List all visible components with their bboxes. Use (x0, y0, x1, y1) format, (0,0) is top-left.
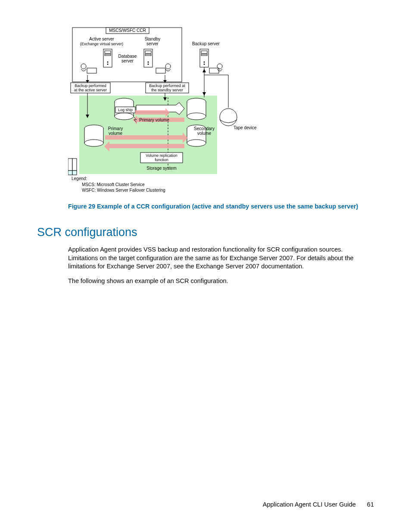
svg-marker-62 (202, 92, 206, 96)
svg-point-39 (115, 113, 134, 120)
backup-standby-label-1: Backup performed at (149, 84, 185, 88)
svg-rect-9 (145, 54, 151, 56)
active-server-label-2: (Exchange virtual server) (80, 42, 123, 46)
log-ship-label: Log ship (118, 108, 133, 112)
secondary-volume-label-2: volume (197, 131, 212, 136)
svg-point-10 (148, 62, 149, 63)
body-paragraph: Application Agent provides VSS backup an… (68, 246, 374, 271)
page-number: 61 (367, 501, 374, 508)
ccr-configuration-diagram: MSCS/WSFC CCR Active server (Exchange vi… (68, 24, 258, 196)
svg-rect-13 (201, 51, 207, 53)
figure-29-diagram: MSCS/WSFC CCR Active server (Exchange vi… (68, 24, 258, 196)
figure-caption: Figure 29 Example of a CCR configuration… (68, 202, 374, 210)
legend-mscs: MSCS: Microsoft Cluster Service (82, 182, 145, 187)
svg-rect-3 (105, 51, 111, 53)
cluster-header-label: MSCS/WSFC CCR (109, 28, 146, 33)
standby-server-label-1: Standby (145, 37, 161, 41)
volume-replication-label-1: Volume replication (146, 153, 177, 158)
storage-system-label: Storage system (146, 166, 176, 171)
svg-rect-22 (209, 68, 219, 73)
backup-server-label: Backup server (192, 41, 220, 46)
svg-rect-18 (87, 68, 97, 73)
svg-point-16 (204, 64, 205, 65)
svg-point-19 (165, 64, 171, 69)
svg-point-6 (107, 64, 109, 65)
svg-point-11 (148, 64, 149, 65)
svg-marker-61 (202, 69, 206, 72)
operator-icon (81, 64, 97, 73)
tape-device-label: Tape device (234, 125, 257, 130)
database-server-label-1: Database (118, 54, 137, 59)
svg-rect-4 (105, 54, 111, 56)
standby-server-label-2: server (146, 41, 159, 46)
footer-title: Application Agent CLI User Guide (263, 501, 356, 508)
database-server-label-2: server (121, 59, 134, 63)
svg-rect-65 (68, 171, 72, 175)
server-tower-icon (103, 49, 112, 67)
primary-volume-label-2: volume (109, 131, 123, 136)
svg-rect-63 (68, 159, 72, 171)
cylinder-icon (187, 98, 206, 120)
legend-header: Legend: (72, 176, 87, 181)
svg-point-55 (187, 140, 206, 146)
svg-point-15 (204, 62, 205, 63)
primary-volume-top-label: Primary volume (139, 118, 169, 122)
svg-point-50 (84, 140, 103, 146)
backup-active-label-2: at the active server (74, 88, 107, 92)
secondary-volume-label-1: Secondary (194, 126, 215, 131)
server-tower-icon (200, 49, 209, 67)
operator-icon (156, 64, 171, 73)
tape-device-icon (220, 109, 237, 126)
svg-rect-66 (72, 171, 77, 175)
legend-wsfc: WSFC: Windows Server Failover Clustering (82, 188, 165, 193)
lu-stack-icon (68, 159, 77, 175)
cylinder-icon (84, 125, 103, 146)
section-heading-scr-configurations: SCR configurations (37, 226, 374, 239)
svg-point-5 (107, 62, 109, 63)
svg-rect-14 (201, 54, 207, 56)
svg-point-44 (187, 113, 206, 120)
body-paragraph: The following shows an example of an SCR… (68, 277, 374, 286)
volume-replication-label-2: function (155, 158, 168, 162)
svg-rect-64 (72, 159, 77, 171)
active-server-label-1: Active server (89, 37, 114, 41)
svg-marker-26 (86, 80, 89, 83)
page-footer: Application Agent CLI User Guide 61 (263, 501, 374, 508)
primary-volume-label-1: Primary (108, 126, 123, 131)
svg-point-17 (81, 64, 86, 69)
svg-rect-20 (156, 68, 165, 73)
svg-point-57 (220, 109, 237, 126)
server-tower-icon (144, 49, 153, 67)
svg-marker-28 (163, 80, 167, 83)
operator-icon (209, 64, 222, 73)
svg-rect-8 (145, 51, 151, 53)
backup-standby-label-2: the standby server (151, 88, 183, 92)
backup-active-label-1: Backup performed (75, 84, 106, 88)
